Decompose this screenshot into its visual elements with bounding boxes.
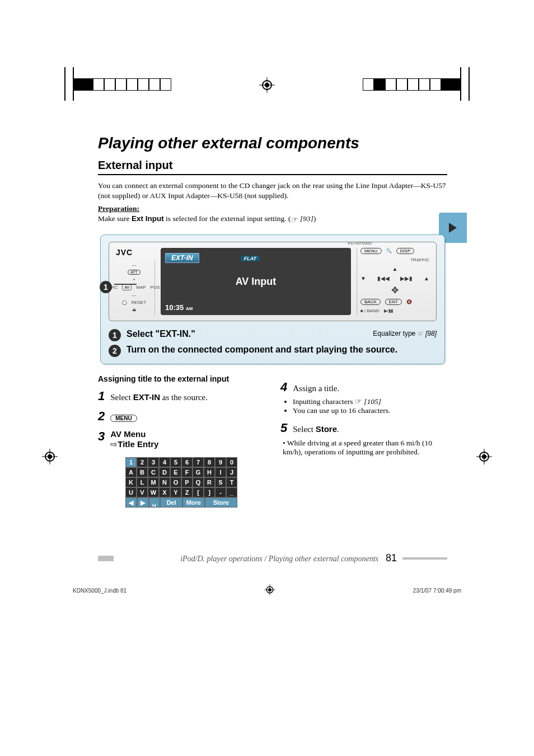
menu-pill: MENU [110, 415, 137, 422]
step-1-text: Select "EXT-IN." [127, 329, 195, 339]
driving-note: • While driving at a speed greater than … [283, 439, 447, 457]
arrow-right-icon: ⇨ [110, 439, 118, 449]
crop-marks-right [363, 78, 461, 91]
dpad-icon: ✥ [360, 285, 429, 295]
step-4: 4 Assign a title. [280, 380, 447, 395]
equalizer-type-note: Equalizer type ☞ [98] [373, 330, 437, 337]
callout-number-1: 1 [100, 281, 112, 293]
reset-icon: ◯ [122, 300, 127, 305]
pointer-icon: ☞ [291, 215, 298, 224]
menu-button: MENU [360, 248, 382, 254]
preparation-text: Make sure Ext Input is selected for the … [98, 214, 447, 224]
att-button: ATT [128, 270, 140, 275]
preparation-label: Preparation: [98, 204, 447, 213]
step-1: 1 Select EXT-IN as the source. [98, 389, 265, 403]
step-3: 3 AV Menu ⇨Title Entry [98, 429, 265, 449]
registration-mark-icon [259, 77, 275, 93]
intro-paragraph: You can connect an external component to… [98, 181, 447, 201]
registration-mark-icon [476, 449, 492, 464]
step-5: 5 Select Store. [280, 421, 447, 435]
pointer-icon: ☞ [355, 397, 362, 406]
step-number-1: 1 [109, 329, 121, 341]
ent-button: ENT [385, 299, 402, 305]
crop-marks-left [73, 78, 171, 91]
down-icon: ▼ [360, 275, 366, 281]
screen-eq-badge: FLAT [241, 256, 260, 261]
up2-icon: ▲ [424, 275, 429, 281]
disp-button: DISP [396, 248, 415, 254]
step-2-text: Turn on the connected component and star… [127, 345, 437, 355]
arrow-right-icon [449, 223, 457, 233]
jvc-logo: JVC [116, 248, 155, 257]
mute-icon: 🔇 [406, 299, 412, 304]
step-4-bullets: Inputting characters ☞ [105] You can use… [293, 397, 447, 415]
sub-title: External input [98, 159, 447, 175]
print-footer: KDNX5000_J.indb 81 23/1/07 7:00:49 pm [73, 584, 461, 597]
eject-icon: ⏏ [132, 307, 137, 312]
device-callout-box: 1 KD-NX5000 JVC — ATT + SRC AV MAP [100, 234, 445, 364]
back-button: BACK [360, 299, 381, 305]
pointer-icon: ☞ [418, 330, 424, 337]
prev-icon: ▮◀◀ [377, 275, 390, 281]
footer: iPod/D. player operations / Playing othe… [98, 552, 447, 564]
screen-source-badge: EXT-IN [165, 253, 199, 263]
play-icon: ▶/▮▮ [384, 308, 393, 313]
registration-mark-icon [264, 584, 275, 597]
head-unit-illustration: KD-NX5000 JVC — ATT + SRC AV MAP POS — [109, 242, 437, 321]
section-title: Playing other external components [98, 134, 447, 152]
assign-title-heading: Assigning title to the external input [98, 374, 265, 383]
screen-center-text: AV Input [236, 276, 277, 288]
next-icon: ▶▶▮ [400, 275, 413, 281]
display-screen: EXT-IN FLAT AV Input 10:35 AM [161, 248, 351, 315]
up-icon: ▲ [360, 266, 429, 272]
page-number: 81 [386, 552, 397, 564]
screen-time: 10:35 AM [165, 303, 193, 312]
model-label: KD-NX5000 [348, 241, 372, 246]
step-2: 2 MENU [98, 409, 265, 424]
registration-mark-icon [42, 449, 58, 464]
onscreen-keyboard: 1234567890 ABCDEFGHIJ KLMNOPQRST UVWXYZ[… [125, 457, 237, 508]
step-number-2: 2 [109, 345, 121, 357]
magnifier-icon: 🔍 [386, 248, 392, 253]
